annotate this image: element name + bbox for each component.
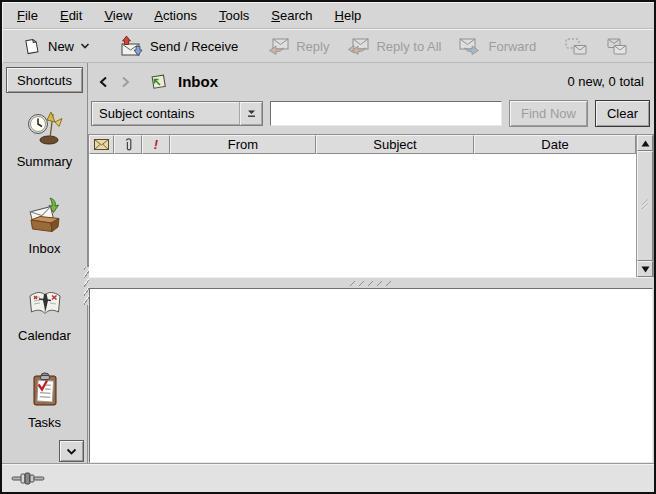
back-arrow-icon[interactable] — [97, 74, 110, 90]
splitter-grip-icon — [348, 280, 394, 287]
reply-to-all-button: Reply to All — [340, 31, 447, 62]
column-subject-label: Subject — [373, 137, 416, 152]
reply-button: Reply — [260, 31, 335, 62]
shortcuts-group-label: Shortcuts — [17, 73, 72, 88]
priority-icon: ! — [154, 138, 158, 151]
combo-arrow-icon — [239, 102, 262, 125]
shortcuts-sidebar: Shortcuts Sum — [2, 63, 88, 463]
column-priority[interactable]: ! — [142, 135, 170, 154]
scrollbar-thumb[interactable] — [637, 151, 653, 261]
forward-label: Forward — [488, 39, 536, 54]
tasks-clipboard-icon — [25, 370, 65, 410]
menu-bar: File Edit View Actions Tools Search Help — [2, 2, 654, 29]
new-button-label: New — [48, 39, 74, 54]
forward-arrow-icon[interactable] — [119, 74, 132, 90]
move-to-folder-icon — [564, 37, 588, 56]
calendar-book-icon — [25, 283, 65, 323]
search-criteria-value: Subject contains — [92, 102, 239, 125]
find-now-button: Find Now — [509, 100, 588, 127]
sidebar-item-summary[interactable]: Summary — [2, 109, 88, 169]
reply-label: Reply — [296, 39, 329, 54]
reply-all-icon — [346, 36, 370, 57]
chevron-down-icon — [80, 43, 90, 49]
main-toolbar: New Send / Receive — [2, 29, 654, 63]
folder-header: Inbox 0 new, 0 total — [88, 63, 654, 100]
menu-help[interactable]: Help — [324, 4, 373, 27]
sidebar-item-inbox[interactable]: Inbox — [2, 196, 88, 256]
status-bar — [2, 463, 654, 492]
send-receive-label: Send / Receive — [150, 39, 238, 54]
content-area: Shortcuts Sum — [2, 63, 654, 463]
chevron-down-icon — [66, 448, 77, 455]
mail-view: Inbox 0 new, 0 total Subject contains Fi… — [88, 63, 654, 463]
inbox-folder-icon — [149, 73, 167, 90]
move-to-folder-button — [558, 32, 594, 61]
attachment-icon — [124, 137, 133, 152]
sidebar-scroll-down-button[interactable] — [59, 440, 84, 462]
sidebar-pane-handle[interactable] — [84, 267, 89, 305]
message-list-scrollbar — [636, 135, 653, 277]
sidebar-item-label: Summary — [17, 154, 73, 169]
sidebar-item-label: Tasks — [28, 415, 61, 430]
copy-to-folder-icon — [605, 37, 629, 56]
column-date-label: Date — [541, 137, 568, 152]
sidebar-item-tasks[interactable]: Tasks — [2, 370, 88, 430]
new-button[interactable]: New — [15, 31, 96, 62]
column-date[interactable]: Date — [474, 135, 636, 154]
shortcut-list: Summary — [2, 109, 88, 430]
message-preview-pane[interactable] — [89, 288, 653, 463]
send-receive-icon — [118, 35, 144, 58]
menu-tools[interactable]: Tools — [208, 4, 260, 27]
inbox-tray-icon — [25, 196, 65, 236]
sidebar-item-calendar[interactable]: Calendar — [2, 283, 88, 343]
column-from-label: From — [228, 137, 258, 152]
summary-clock-icon — [25, 109, 65, 149]
sidebar-item-label: Calendar — [18, 328, 71, 343]
message-list-header: ! From Subject Date — [89, 135, 636, 154]
send-receive-button[interactable]: Send / Receive — [112, 30, 244, 63]
menu-search[interactable]: Search — [260, 4, 323, 27]
reply-icon — [266, 36, 290, 57]
menu-actions[interactable]: Actions — [143, 4, 208, 27]
column-subject[interactable]: Subject — [316, 135, 474, 154]
column-from[interactable]: From — [170, 135, 316, 154]
search-bar: Subject contains Find Now Clear — [88, 100, 654, 134]
copy-to-folder-button — [599, 32, 635, 61]
scroll-down-button[interactable] — [637, 261, 653, 277]
envelope-status-icon — [94, 139, 109, 150]
shortcuts-group-button[interactable]: Shortcuts — [6, 67, 83, 93]
menu-view[interactable]: View — [93, 4, 143, 27]
menu-edit[interactable]: Edit — [49, 4, 93, 27]
search-input[interactable] — [270, 101, 502, 126]
folder-title: Inbox — [178, 73, 218, 90]
reply-to-all-label: Reply to All — [376, 39, 441, 54]
column-message-status[interactable] — [89, 135, 114, 154]
preview-pane-splitter[interactable] — [88, 278, 654, 288]
message-list: ! From Subject Date — [88, 134, 654, 278]
message-list-body[interactable] — [89, 154, 636, 277]
message-count: 0 new, 0 total — [567, 74, 644, 89]
message-list-table: ! From Subject Date — [89, 135, 636, 277]
sidebar-item-label: Inbox — [29, 241, 61, 256]
forward-icon — [458, 36, 482, 57]
search-criteria-dropdown[interactable]: Subject contains — [91, 101, 263, 126]
column-attachment[interactable] — [114, 135, 142, 154]
scroll-up-button[interactable] — [637, 135, 653, 151]
menu-file[interactable]: File — [6, 4, 49, 27]
online-plug-icon[interactable] — [11, 472, 45, 485]
print-button — [651, 31, 656, 62]
forward-button: Forward — [452, 31, 542, 62]
evolution-window: File Edit View Actions Tools Search Help… — [0, 0, 656, 494]
new-document-icon — [21, 36, 42, 57]
clear-button[interactable]: Clear — [595, 100, 650, 127]
